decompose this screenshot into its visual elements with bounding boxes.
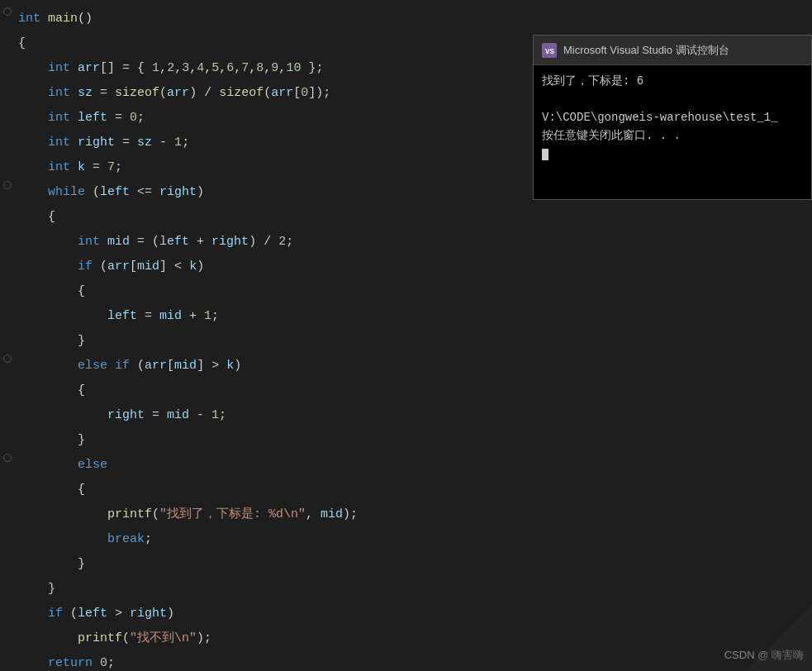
num-token: 1: [152, 61, 159, 75]
var-token: right: [78, 136, 115, 150]
code-line: if (left > right): [0, 602, 529, 626]
fn-token: printf: [107, 507, 152, 521]
var-token: arr: [271, 86, 293, 100]
console-body: 找到了，下标是: 6 V:\CODE\gongweis-warehouse\te…: [534, 65, 811, 199]
var-token: mid: [321, 507, 343, 521]
num-token: 4: [197, 61, 204, 75]
kw-token: int: [48, 61, 70, 75]
code-line: else: [0, 453, 529, 478]
var-token: k: [78, 160, 85, 174]
code-line: printf("找到了，下标是: %d\n", mid);: [0, 502, 529, 527]
collapse-indicator[interactable]: [3, 355, 12, 363]
kw-token: int: [48, 136, 70, 150]
kw-token: int: [48, 86, 70, 100]
code-line: int arr[] = { 1,2,3,4,5,6,7,8,9,10 };: [0, 56, 529, 81]
code-line: }: [0, 329, 529, 354]
var-token: mid: [107, 235, 130, 249]
svg-text:VS: VS: [545, 48, 554, 56]
line-content: {: [15, 32, 529, 55]
code-line: }: [0, 428, 529, 453]
num-token: 1: [204, 309, 211, 323]
console-output-line4: 按任意键关闭此窗口. . .: [542, 126, 803, 145]
code-line: {: [0, 205, 529, 230]
kw-token: int: [78, 235, 100, 249]
num-token: 9: [271, 61, 278, 75]
var-token: mid: [167, 408, 189, 422]
line-content: int mid = (left + right) / 2;: [15, 231, 529, 254]
code-line: int k = 7;: [0, 155, 529, 180]
line-content: int k = 7;: [15, 156, 529, 179]
var-token: arr: [107, 259, 130, 274]
kw-token: if: [115, 359, 130, 373]
fn-token: main: [48, 12, 78, 26]
var-token: left: [107, 309, 137, 323]
console-window[interactable]: VS Microsoft Visual Studio 调试控制台 找到了，下标是…: [533, 35, 812, 200]
var-token: mid: [159, 309, 182, 323]
var-token: right: [159, 185, 197, 199]
console-cursor: [542, 149, 548, 160]
code-line: {: [0, 378, 529, 403]
num-token: 0: [301, 86, 308, 100]
num-token: 5: [211, 61, 219, 75]
num-token: 10: [286, 61, 301, 75]
code-line: left = mid + 1;: [0, 304, 529, 329]
code-line: {: [0, 279, 529, 304]
code-line: while (left <= right): [0, 180, 529, 205]
deco-shape: [746, 605, 812, 671]
code-line: int left = 0;: [0, 106, 529, 131]
line-content: left = mid + 1;: [15, 305, 529, 328]
num-token: 7: [241, 61, 249, 75]
var-token: right: [130, 607, 167, 621]
line-content: if (arr[mid] < k): [15, 255, 529, 278]
line-content: while (left <= right): [15, 181, 529, 204]
fn-token: printf: [78, 631, 122, 645]
num-token: 2: [167, 61, 174, 75]
code-line: right = mid - 1;: [0, 403, 529, 428]
console-output-line3: V:\CODE\gongweis-warehouse\test_1_: [542, 108, 803, 126]
line-content: int right = sz - 1;: [15, 131, 529, 155]
kw-token: if: [78, 259, 93, 274]
line-content: }: [15, 553, 529, 576]
str-token: "找到了，下标是: %d\n": [159, 507, 306, 521]
gutter: [0, 7, 15, 16]
kw-token: int: [18, 12, 40, 26]
code-line: int mid = (left + right) / 2;: [0, 230, 529, 255]
line-content: return 0;: [15, 652, 529, 671]
var-token: arr: [78, 61, 100, 75]
kw-token: int: [48, 160, 70, 174]
var-token: left: [159, 235, 189, 249]
line-content: if (left > right): [15, 602, 529, 626]
kw-token: return: [48, 656, 93, 670]
num-token: 0: [130, 111, 137, 125]
var-token: mid: [137, 259, 159, 274]
line-content: int sz = sizeof(arr) / sizeof(arr[0]);: [15, 82, 529, 105]
num-token: 3: [182, 61, 189, 75]
var-token: right: [107, 408, 145, 422]
collapse-indicator[interactable]: [3, 181, 12, 189]
line-content: }: [15, 578, 529, 601]
code-line: int main(): [0, 7, 529, 31]
line-content: else: [15, 454, 529, 477]
num-token: 0: [100, 656, 107, 670]
svg-marker-3: [746, 605, 812, 671]
gutter: [0, 454, 15, 462]
line-content: int left = 0;: [15, 107, 529, 130]
line-content: {: [15, 478, 529, 502]
code-line: int sz = sizeof(arr) / sizeof(arr[0]);: [0, 81, 529, 106]
var-token: arr: [167, 86, 189, 100]
str-token: "找不到\n": [130, 631, 197, 645]
var-token: left: [100, 185, 130, 199]
gutter: [0, 181, 15, 189]
var-token: left: [78, 607, 107, 621]
line-content: {: [15, 379, 529, 402]
console-cursor-line: [542, 145, 803, 163]
kw-token: else: [78, 359, 107, 373]
code-line: }: [0, 552, 529, 577]
collapse-indicator[interactable]: [3, 454, 12, 462]
fn-token: sizeof: [219, 86, 264, 100]
console-title: Microsoft Visual Studio 调试控制台: [563, 43, 729, 58]
vs-icon: VS: [542, 43, 557, 58]
collapse-indicator[interactable]: [3, 7, 12, 16]
line-content: printf("找到了，下标是: %d\n", mid);: [15, 503, 529, 526]
var-token: k: [226, 359, 234, 373]
